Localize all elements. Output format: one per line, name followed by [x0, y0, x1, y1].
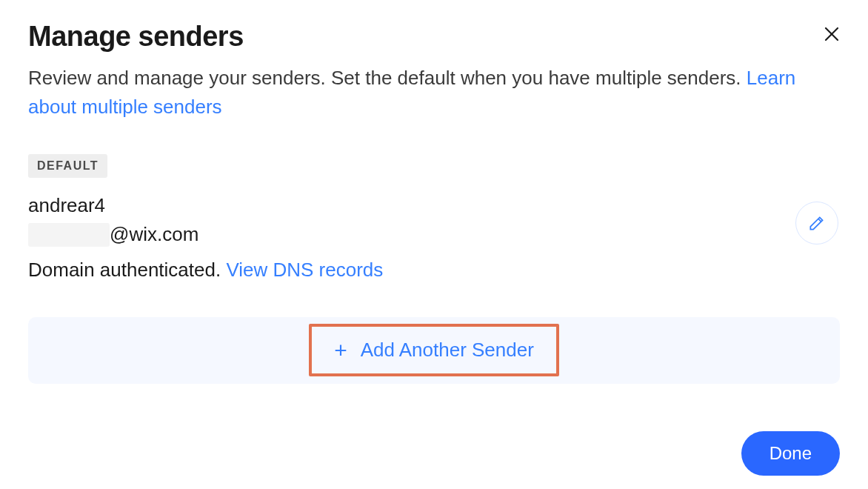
dialog-subtitle: Review and manage your senders. Set the … — [28, 64, 840, 122]
dialog-title: Manage senders — [28, 21, 244, 53]
add-sender-button[interactable]: + Add Another Sender — [309, 324, 559, 376]
view-dns-link[interactable]: View DNS records — [226, 259, 383, 281]
add-sender-bar: + Add Another Sender — [28, 317, 840, 384]
add-sender-label: Add Another Sender — [361, 339, 534, 362]
sender-email: @wix.com — [28, 223, 840, 247]
edit-sender-button[interactable] — [795, 202, 838, 245]
close-button[interactable] — [819, 24, 844, 47]
default-badge: DEFAULT — [28, 154, 107, 178]
subtitle-text: Review and manage your senders. Set the … — [28, 67, 747, 89]
auth-status-text: Domain authenticated. — [28, 259, 226, 281]
auth-status-row: Domain authenticated. View DNS records — [28, 259, 840, 282]
redacted-email-local — [28, 223, 110, 247]
done-button[interactable]: Done — [741, 431, 840, 476]
sender-email-domain: @wix.com — [110, 223, 198, 246]
sender-item: andrear4 @wix.com Domain authenticated. … — [28, 194, 840, 282]
plus-icon: + — [334, 339, 347, 362]
sender-name: andrear4 — [28, 194, 840, 217]
pencil-icon — [807, 213, 827, 233]
close-icon — [824, 26, 840, 42]
